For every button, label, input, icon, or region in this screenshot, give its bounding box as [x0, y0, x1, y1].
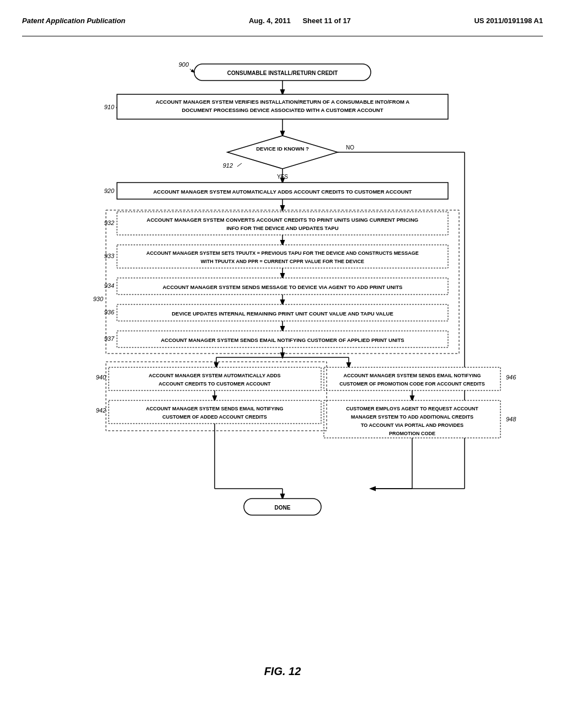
header-right: US 2011/0191198 A1 [474, 17, 543, 25]
svg-text:INFO FOR THE DEVICE AND UPDATE: INFO FOR THE DEVICE AND UPDATES TAPU [226, 225, 338, 231]
diagram-area: CONSUMABLE INSTALL/RETURN CREDIT 900 ACC… [22, 53, 543, 683]
svg-text:CONSUMABLE INSTALL/RETURN CRED: CONSUMABLE INSTALL/RETURN CREDIT [227, 70, 338, 76]
svg-text:ACCOUNT MANAGER SYSTEM AUTOMAT: ACCOUNT MANAGER SYSTEM AUTOMATICALLY ADD… [148, 373, 280, 378]
svg-text:948: 948 [506, 416, 516, 422]
svg-text:DONE: DONE [275, 505, 291, 511]
svg-text:ACCOUNT MANAGER SYSTEM SETS TP: ACCOUNT MANAGER SYSTEM SETS TPUUTX = PRE… [146, 250, 418, 256]
svg-text:CUSTOMER OF ADDED ACCOUNT CRED: CUSTOMER OF ADDED ACCOUNT CREDITS [162, 414, 267, 420]
svg-text:933: 933 [104, 253, 115, 259]
svg-text:930: 930 [93, 296, 104, 302]
svg-text:934: 934 [104, 282, 114, 289]
svg-text:DEVICE ID KNOWN ?: DEVICE ID KNOWN ? [256, 146, 309, 152]
header-date: Aug. 4, 2011 [249, 17, 291, 25]
svg-text:936: 936 [104, 309, 115, 315]
svg-text:ACCOUNT CREDITS TO CUSTOMER AC: ACCOUNT CREDITS TO CUSTOMER ACCOUNT [159, 381, 271, 387]
svg-text:940: 940 [96, 374, 106, 381]
header-center: Aug. 4, 2011 Sheet 11 of 17 [249, 17, 351, 25]
svg-line-14 [237, 163, 242, 167]
header-left: Patent Application Publication [22, 17, 125, 25]
flowchart-svg: CONSUMABLE INSTALL/RETURN CREDIT 900 ACC… [45, 58, 520, 654]
svg-text:ACCOUNT MANAGER SYSTEM SENDS E: ACCOUNT MANAGER SYSTEM SENDS EMAIL NOTIF… [344, 373, 481, 378]
svg-text:937: 937 [104, 335, 115, 342]
svg-rect-27 [117, 212, 448, 235]
svg-text:DEVICE UPDATES INTERNAL REMAIN: DEVICE UPDATES INTERNAL REMAINING PRINT … [172, 311, 393, 317]
svg-text:ACCOUNT MANAGER SYSTEM CONVERT: ACCOUNT MANAGER SYSTEM CONVERTS ACCOUNT … [147, 217, 418, 223]
svg-rect-52 [109, 367, 321, 390]
svg-text:ACCOUNT MANAGER SYSTEM AUTOMAT: ACCOUNT MANAGER SYSTEM AUTOMATICALLY ADD… [153, 189, 412, 195]
svg-rect-32 [117, 245, 448, 268]
svg-text:ACCOUNT MANAGER SYSTEM VERIFIE: ACCOUNT MANAGER SYSTEM VERIFIES INSTALLA… [156, 99, 409, 105]
svg-text:PROMOTION CODE: PROMOTION CODE [389, 431, 435, 436]
svg-text:NO: NO [346, 144, 354, 151]
figure-label: FIG. 12 [264, 665, 301, 678]
svg-marker-11 [227, 136, 338, 169]
svg-text:CUSTOMER OF PROMOTION CODE FOR: CUSTOMER OF PROMOTION CODE FOR ACCOUNT C… [339, 381, 485, 387]
svg-text:WITH TPUUTX AND PPR = CURRENT : WITH TPUUTX AND PPR = CURRENT CPPR VALUE… [201, 259, 364, 264]
svg-line-3 [190, 69, 194, 72]
svg-text:900: 900 [179, 61, 189, 68]
header: Patent Application Publication Aug. 4, 2… [22, 11, 543, 36]
svg-text:946: 946 [506, 374, 516, 381]
svg-text:MANAGER SYSTEM TO ADD ADDITION: MANAGER SYSTEM TO ADD ADDITIONAL CREDITS [351, 414, 473, 420]
svg-text:932: 932 [104, 220, 114, 226]
svg-text:ACCOUNT MANAGER SYSTEM SENDS M: ACCOUNT MANAGER SYSTEM SENDS MESSAGE TO … [163, 284, 403, 290]
svg-text:920: 920 [104, 188, 115, 194]
svg-text:DOCUMENT PROCESSING DEVICE ASS: DOCUMENT PROCESSING DEVICE ASSOCIATED WI… [182, 107, 383, 113]
svg-text:ACCOUNT MANAGER SYSTEM SENDS E: ACCOUNT MANAGER SYSTEM SENDS EMAIL NOTIF… [161, 337, 404, 343]
svg-rect-56 [324, 367, 500, 390]
svg-rect-62 [109, 400, 321, 424]
svg-text:912: 912 [223, 162, 233, 169]
svg-text:ACCOUNT MANAGER SYSTEM SENDS E: ACCOUNT MANAGER SYSTEM SENDS EMAIL NOTIF… [146, 406, 284, 411]
page: Patent Application Publication Aug. 4, 2… [0, 0, 565, 728]
svg-text:910: 910 [104, 104, 115, 110]
svg-text:942: 942 [96, 407, 106, 414]
svg-text:CUSTOMER EMPLOYS AGENT TO REQU: CUSTOMER EMPLOYS AGENT TO REQUEST ACCOUN… [346, 406, 478, 411]
svg-text:TO ACCOUNT VIA PORTAL AND PROV: TO ACCOUNT VIA PORTAL AND PROVIDES [361, 422, 463, 428]
header-sheet: Sheet 11 of 17 [302, 17, 350, 25]
